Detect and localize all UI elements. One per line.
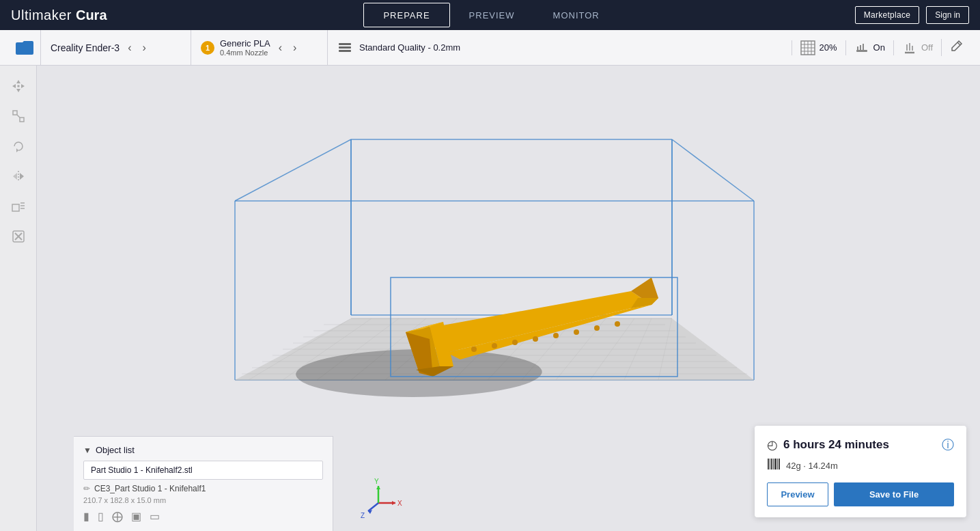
svg-rect-25 xyxy=(20,118,24,122)
object-dimensions: 210.7 x 182.8 x 15.0 mm xyxy=(83,496,323,504)
svg-rect-13 xyxy=(857,46,858,50)
svg-rect-23 xyxy=(17,85,19,87)
top-nav: Ultimaker Cura PREPARE PREVIEW MONITOR M… xyxy=(0,0,980,30)
svg-rect-2 xyxy=(339,50,351,52)
nav-right: Marketplace Sign in xyxy=(855,6,969,24)
quality-selector[interactable]: Standard Quality - 0.2mm xyxy=(328,30,792,66)
svg-rect-10 xyxy=(856,50,867,52)
svg-text:Z: Z xyxy=(361,512,365,519)
main-area: X Y Z ▼ Object list Part Studio 1 - Knif… xyxy=(0,66,980,531)
tool-mirror[interactable] xyxy=(6,164,31,189)
svg-point-86 xyxy=(492,343,497,349)
svg-rect-107 xyxy=(770,459,770,469)
adhesion-toggle[interactable]: Off xyxy=(893,40,941,55)
tool-support-blocker[interactable] xyxy=(6,224,31,249)
material-prev-arrow[interactable]: ‹ xyxy=(276,40,285,55)
save-to-file-button[interactable]: Save to File xyxy=(834,482,954,506)
filament-icon xyxy=(767,459,781,473)
material-name: Generic PLA xyxy=(220,38,270,49)
svg-rect-31 xyxy=(12,204,19,211)
printer-prev-arrow[interactable]: ‹ xyxy=(125,40,134,55)
svg-rect-109 xyxy=(773,459,774,469)
tab-prepare[interactable]: PREPARE xyxy=(363,3,449,27)
svg-point-92 xyxy=(615,321,620,327)
material-estimate: 42g · 14.24m xyxy=(786,461,838,471)
material-badge: 1 xyxy=(201,41,214,55)
svg-rect-11 xyxy=(860,45,861,50)
support-icon xyxy=(854,40,869,55)
pencil-icon xyxy=(950,39,964,53)
object-item-name: Part Studio 1 - Knifehalf2.stl xyxy=(91,465,193,475)
support-label: On xyxy=(873,42,885,53)
left-sidebar xyxy=(0,66,37,531)
printer-next-arrow[interactable]: › xyxy=(139,40,148,55)
open-file-button[interactable] xyxy=(8,30,41,66)
svg-rect-111 xyxy=(777,459,778,469)
chevron-down-icon: ▼ xyxy=(83,446,92,455)
estimate-time: ◴ 6 hours 24 minutes xyxy=(767,437,889,452)
tool-scale[interactable] xyxy=(6,104,31,128)
object-panel: ▼ Object list Part Studio 1 - Knifehalf2… xyxy=(74,436,333,531)
material-selector[interactable]: 1 Generic PLA 0.4mm Nozzle ‹ › xyxy=(191,30,328,66)
marketplace-button[interactable]: Marketplace xyxy=(855,6,920,24)
logo-cura: Cura xyxy=(76,8,107,23)
object-list-header: ▼ Object list xyxy=(83,445,323,455)
svg-rect-110 xyxy=(774,459,776,469)
svg-marker-22 xyxy=(21,84,25,88)
material-next-arrow[interactable]: › xyxy=(290,40,299,55)
svg-marker-27 xyxy=(16,148,18,152)
estimate-panel: ◴ 6 hours 24 minutes ⓘ xyxy=(755,426,966,517)
info-icon[interactable]: ⓘ xyxy=(942,437,954,453)
svg-rect-106 xyxy=(768,459,769,469)
tool-copy-icon[interactable]: ▣ xyxy=(131,510,141,523)
infill-value: 20% xyxy=(820,42,837,53)
tool-rotate[interactable] xyxy=(6,134,31,159)
logo-ultimaker: Ultimaker xyxy=(11,8,72,23)
tab-monitor[interactable]: MONITOR xyxy=(534,0,619,30)
adhesion-label: Off xyxy=(921,42,933,53)
svg-rect-12 xyxy=(863,44,864,50)
nav-tabs: PREPARE PREVIEW MONITOR xyxy=(128,0,855,30)
svg-point-90 xyxy=(574,329,579,335)
svg-point-85 xyxy=(471,346,477,352)
material-info: Generic PLA 0.4mm Nozzle xyxy=(220,38,270,57)
svg-line-18 xyxy=(957,42,960,45)
svg-rect-24 xyxy=(13,111,17,115)
svg-text:Y: Y xyxy=(374,478,379,485)
svg-marker-30 xyxy=(20,173,24,180)
folder-icon xyxy=(16,41,33,55)
preview-button[interactable]: Preview xyxy=(767,482,828,506)
object-list-item[interactable]: Part Studio 1 - Knifehalf2.stl xyxy=(83,461,323,480)
svg-point-91 xyxy=(594,325,600,331)
object-sub-name: CE3_Part Studio 1 - Knifehalf1 xyxy=(94,484,206,493)
svg-point-89 xyxy=(553,333,559,338)
estimate-material: 42g · 14.24m xyxy=(767,459,954,473)
material-nozzle: 0.4mm Nozzle xyxy=(220,49,270,57)
printer-selector[interactable]: Creality Ender-3 ‹ › xyxy=(41,30,191,66)
tool-solid-icon[interactable]: ▮ xyxy=(83,510,89,523)
signin-button[interactable]: Sign in xyxy=(926,6,969,24)
tool-move[interactable] xyxy=(6,74,31,98)
object-sub-item: ✏ CE3_Part Studio 1 - Knifehalf1 xyxy=(83,484,323,493)
tool-cross-icon[interactable]: ⨁ xyxy=(112,510,123,523)
svg-rect-108 xyxy=(771,459,772,469)
tool-per-model-settings[interactable] xyxy=(6,194,31,219)
printer-name: Creality Ender-3 xyxy=(51,42,120,53)
viewport[interactable]: X Y Z ▼ Object list Part Studio 1 - Knif… xyxy=(37,66,980,531)
tab-preview[interactable]: PREVIEW xyxy=(450,0,534,30)
support-toggle[interactable]: On xyxy=(845,40,893,55)
infill-selector[interactable]: 20% xyxy=(792,40,845,55)
app-logo: Ultimaker Cura xyxy=(11,8,107,23)
svg-marker-20 xyxy=(16,89,20,92)
svg-point-88 xyxy=(533,336,538,342)
svg-line-26 xyxy=(17,115,20,118)
svg-text:X: X xyxy=(397,500,402,507)
tool-delete-icon[interactable]: ▭ xyxy=(150,510,160,523)
svg-rect-0 xyxy=(339,43,351,45)
quality-icon xyxy=(337,40,352,55)
infill-icon xyxy=(800,40,815,55)
tool-wireframe-icon[interactable]: ▯ xyxy=(98,510,104,523)
svg-rect-1 xyxy=(339,46,351,49)
settings-edit-button[interactable] xyxy=(941,39,972,56)
svg-rect-112 xyxy=(779,459,780,469)
